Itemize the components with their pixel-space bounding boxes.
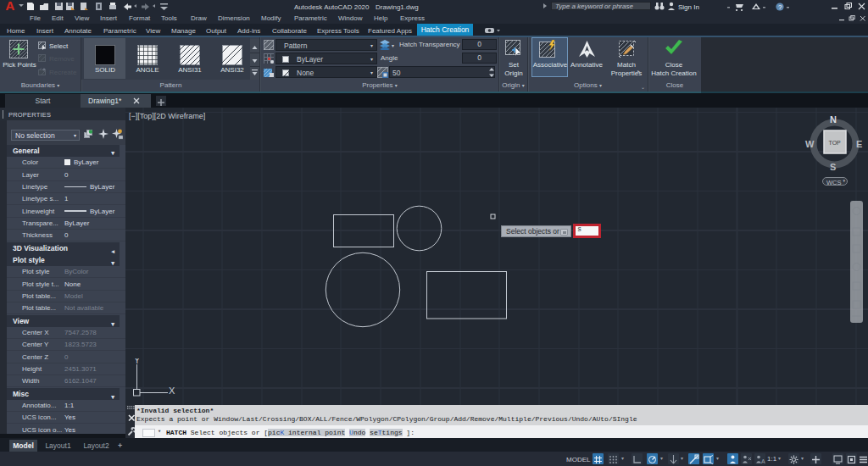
svg-text:?: ? xyxy=(778,3,782,11)
svg-text:TOP: TOP xyxy=(829,140,842,146)
svg-text:Sign In: Sign In xyxy=(678,3,699,11)
svg-text:S: S xyxy=(830,162,836,172)
svg-text:Y: Y xyxy=(134,358,141,365)
svg-text:N: N xyxy=(830,114,837,125)
svg-text:E: E xyxy=(856,139,862,149)
svg-text:A: A xyxy=(761,458,765,464)
svg-text:X: X xyxy=(169,386,175,396)
svg-text:W: W xyxy=(805,139,815,149)
